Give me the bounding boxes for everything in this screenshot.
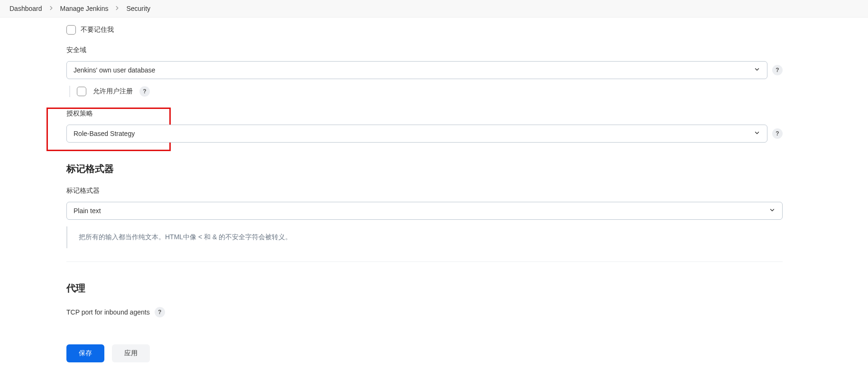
section-separator — [66, 261, 783, 262]
field-authorization: 授权策略 Role-Based Strategy ? — [66, 109, 783, 143]
help-button-allow-signup[interactable]: ? — [139, 86, 150, 97]
apply-button[interactable]: 应用 — [112, 344, 150, 360]
bottom-action-bar: 保存 应用 — [0, 337, 868, 360]
nested-row-allow-signup: 允许用户注册 ? — [69, 86, 783, 97]
section-title-markup-formatter: 标记格式器 — [66, 162, 783, 175]
field-tcp-port: TCP port for inbound agents ? — [66, 307, 783, 317]
breadcrumb-item-security[interactable]: Security — [126, 5, 150, 12]
select-value: Plain text — [74, 207, 101, 215]
help-button-authorization[interactable]: ? — [772, 128, 783, 139]
checkbox-label: 不要记住我 — [81, 26, 114, 34]
breadcrumb: Dashboard Manage Jenkins Security — [0, 0, 868, 18]
select-value: Role-Based Strategy — [74, 130, 135, 137]
help-button-tcp-port[interactable]: ? — [155, 307, 165, 317]
field-label-tcp-port: TCP port for inbound agents — [66, 308, 150, 316]
nested-divider — [69, 86, 70, 97]
chevron-down-icon — [769, 207, 776, 215]
main-content: 不要记住我 安全域 Jenkins' own user database ? 允… — [66, 18, 783, 360]
section-title-agents: 代理 — [66, 282, 783, 295]
select-authorization[interactable]: Role-Based Strategy — [66, 125, 767, 143]
chevron-right-icon — [114, 5, 120, 12]
select-markup-formatter[interactable]: Plain text — [66, 202, 783, 220]
save-button[interactable]: 保存 — [66, 344, 104, 360]
select-value: Jenkins' own user database — [74, 66, 155, 74]
help-text-markup-formatter: 把所有的输入都当作纯文本。HTML中像 < 和 & 的不安全字符会被转义。 — [66, 226, 783, 248]
checkbox-allow-signup[interactable] — [77, 87, 86, 96]
breadcrumb-item-manage-jenkins[interactable]: Manage Jenkins — [60, 5, 109, 12]
chevron-down-icon — [754, 130, 760, 138]
chevron-down-icon — [754, 66, 760, 74]
field-markup-formatter: 标记格式器 Plain text 把所有的输入都当作纯文本。HTML中像 < 和… — [66, 187, 783, 248]
field-label-security-realm: 安全域 — [66, 46, 783, 54]
checkbox-row-dont-remember-me: 不要记住我 — [66, 25, 783, 35]
select-security-realm[interactable]: Jenkins' own user database — [66, 61, 767, 79]
field-security-realm: 安全域 Jenkins' own user database ? 允许用户注册 … — [66, 46, 783, 97]
field-label-authorization: 授权策略 — [66, 109, 783, 118]
checkbox-dont-remember-me[interactable] — [66, 25, 76, 35]
checkbox-label: 允许用户注册 — [93, 87, 133, 96]
breadcrumb-item-dashboard[interactable]: Dashboard — [9, 5, 42, 12]
help-button-security-realm[interactable]: ? — [772, 65, 783, 75]
field-label-markup-formatter: 标记格式器 — [66, 187, 783, 195]
chevron-right-icon — [48, 5, 55, 12]
